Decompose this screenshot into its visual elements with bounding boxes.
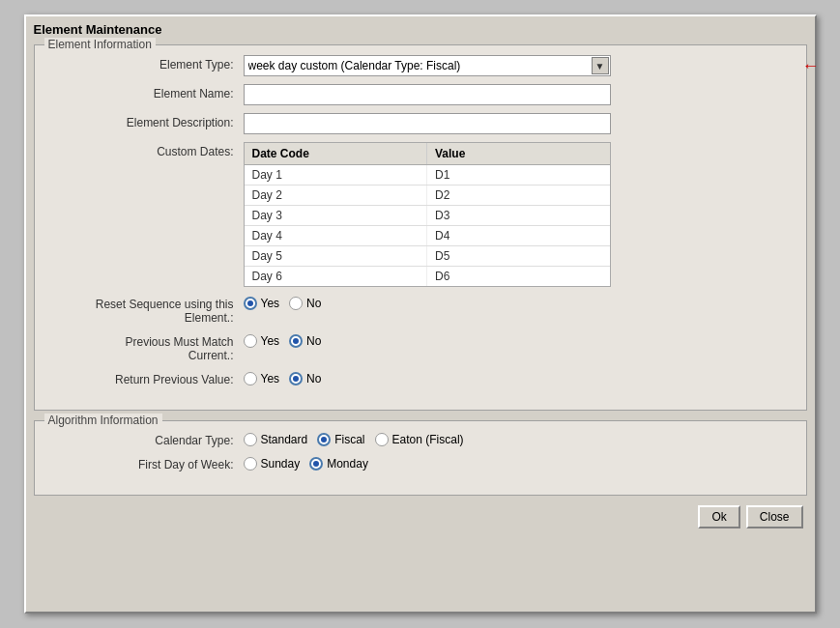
table-body: Day 1D1Day 2D2Day 3D3Day 4D4Day 5D5Day 6… (245, 165, 610, 286)
ok-button[interactable]: Ok (698, 505, 739, 528)
table-row: Day 4D4 (245, 226, 610, 246)
first-day-control: Sunday Monday (244, 455, 791, 471)
return-previous-yes-label[interactable]: Yes (244, 372, 280, 385)
table-cell: D6 (427, 267, 610, 286)
reset-sequence-no-text: No (306, 297, 321, 310)
calendar-eaton-radio[interactable] (375, 433, 389, 446)
element-description-input[interactable] (244, 113, 611, 134)
table-cell: D3 (427, 206, 610, 225)
reset-sequence-row: Reset Sequence using this Element.: Yes … (50, 295, 791, 325)
table-cell: D1 (427, 165, 610, 185)
previous-must-match-no-text: No (306, 334, 321, 348)
element-name-control (244, 84, 791, 105)
return-previous-yes-radio[interactable] (244, 372, 257, 385)
calendar-type-control: Standard Fiscal Eaton (Fiscal) (244, 431, 791, 446)
calendar-type-row: Calendar Type: Standard Fiscal Eaton (Fi… (50, 431, 791, 447)
first-day-label: First Day of Week: (50, 455, 244, 471)
first-day-monday-radio[interactable] (309, 457, 323, 471)
previous-must-match-radio-group: Yes No (244, 332, 791, 348)
main-dialog: Element Maintenance Element Information … (24, 14, 817, 614)
table-row: Day 2D2 (245, 186, 610, 206)
first-day-monday-text: Monday (327, 457, 368, 471)
previous-must-match-no-label[interactable]: No (289, 334, 321, 348)
return-previous-no-label[interactable]: No (289, 372, 321, 385)
table-cell: Day 3 (245, 206, 428, 225)
algorithm-information-section: Algorithm Information Calendar Type: Sta… (34, 420, 807, 496)
calendar-standard-label[interactable]: Standard (244, 433, 308, 446)
table-cell: Day 2 (245, 186, 428, 205)
first-day-sunday-radio[interactable] (244, 457, 257, 471)
element-type-row: Element Type: week day custom (Calendar … (50, 55, 791, 76)
table-cell: Day 4 (245, 226, 428, 245)
custom-dates-row: Custom Dates: Date Code Value Day 1D1Day… (50, 142, 791, 287)
reset-sequence-yes-text: Yes (261, 297, 280, 310)
element-name-input[interactable] (244, 84, 611, 105)
element-type-select-wrapper: week day custom (Calendar Type: Fiscal) … (244, 55, 611, 76)
element-description-label: Element Description: (50, 113, 244, 129)
first-day-row: First Day of Week: Sunday Monday (50, 455, 791, 471)
element-description-control (244, 113, 791, 134)
previous-must-match-yes-radio[interactable] (244, 334, 257, 348)
table-cell: D5 (427, 246, 610, 266)
table-row: Day 1D1 (245, 165, 610, 186)
element-name-row: Element Name: (50, 84, 791, 105)
previous-must-match-yes-label[interactable]: Yes (244, 334, 280, 348)
calendar-eaton-label[interactable]: Eaton (Fiscal) (375, 433, 464, 446)
red-arrow-icon: ← (802, 56, 820, 76)
close-button[interactable]: Close (746, 505, 803, 528)
calendar-type-label: Calendar Type: (50, 431, 244, 447)
element-name-label: Element Name: (50, 84, 244, 100)
calendar-standard-radio[interactable] (244, 433, 257, 446)
previous-must-match-row: Previous Must MatchCurrent.: Yes No (50, 332, 791, 362)
return-previous-radio-group: Yes No (244, 370, 791, 385)
table-row: Day 3D3 (245, 206, 610, 226)
return-previous-yes-text: Yes (261, 372, 280, 385)
return-previous-label: Return Previous Value: (50, 370, 244, 386)
previous-must-match-no-radio[interactable] (289, 334, 303, 348)
reset-sequence-no-radio[interactable] (289, 297, 303, 310)
previous-must-match-control: Yes No (244, 332, 791, 348)
table-cell: D4 (427, 226, 610, 245)
table-cell: D2 (427, 186, 610, 205)
calendar-eaton-text: Eaton (Fiscal) (392, 433, 464, 446)
reset-sequence-radio-group: Yes No (244, 295, 791, 310)
first-day-sunday-text: Sunday (261, 457, 301, 471)
return-previous-control: Yes No (244, 370, 791, 385)
return-previous-no-radio[interactable] (289, 372, 303, 385)
table-cell: Day 5 (245, 246, 428, 266)
custom-dates-control: Date Code Value Day 1D1Day 2D2Day 3D3Day… (244, 142, 791, 287)
return-previous-no-text: No (306, 372, 321, 385)
element-information-legend: Element Information (44, 38, 156, 51)
calendar-fiscal-radio[interactable] (317, 433, 331, 446)
table-cell: Day 1 (245, 165, 428, 185)
calendar-type-radio-group: Standard Fiscal Eaton (Fiscal) (244, 431, 791, 446)
algorithm-information-legend: Algorithm Information (44, 414, 162, 427)
element-type-label: Element Type: (50, 55, 244, 71)
return-previous-row: Return Previous Value: Yes No (50, 370, 791, 386)
reset-sequence-control: Yes No (244, 295, 791, 310)
element-type-control: week day custom (Calendar Type: Fiscal) … (244, 55, 791, 76)
reset-sequence-label: Reset Sequence using this Element.: (50, 295, 244, 325)
table-cell: Day 6 (245, 267, 428, 286)
element-description-row: Element Description: (50, 113, 791, 134)
value-header: Value (427, 143, 610, 164)
previous-must-match-label: Previous Must MatchCurrent.: (50, 332, 244, 362)
first-day-radio-group: Sunday Monday (244, 455, 791, 471)
table-header-row: Date Code Value (245, 143, 610, 165)
date-code-header: Date Code (245, 143, 428, 164)
dialog-title: Element Maintenance (34, 22, 807, 37)
calendar-fiscal-label[interactable]: Fiscal (317, 433, 364, 446)
reset-sequence-yes-radio[interactable] (244, 297, 257, 310)
element-information-section: Element Information Element Type: week d… (34, 44, 807, 411)
custom-dates-table: Date Code Value Day 1D1Day 2D2Day 3D3Day… (244, 142, 611, 287)
calendar-fiscal-text: Fiscal (334, 433, 364, 446)
custom-dates-label: Custom Dates: (50, 142, 244, 158)
reset-sequence-yes-label[interactable]: Yes (244, 297, 280, 310)
reset-sequence-no-label[interactable]: No (289, 297, 321, 310)
first-day-monday-label[interactable]: Monday (309, 457, 368, 471)
table-row: Day 5D5 (245, 246, 610, 267)
table-row: Day 6D6 (245, 267, 610, 286)
previous-must-match-yes-text: Yes (261, 334, 280, 348)
element-type-select[interactable]: week day custom (Calendar Type: Fiscal) (244, 55, 611, 76)
first-day-sunday-label[interactable]: Sunday (244, 457, 301, 471)
